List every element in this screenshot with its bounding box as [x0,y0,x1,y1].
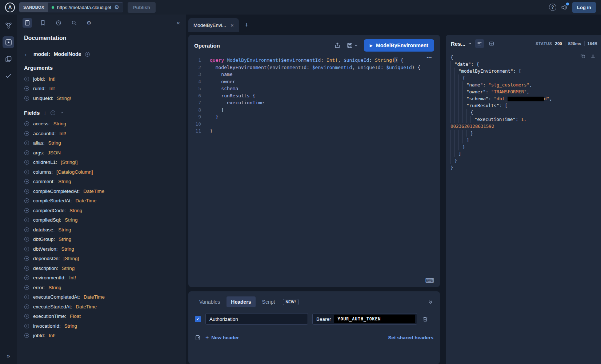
copy-response-icon[interactable] [580,53,586,59]
code-line[interactable] [210,121,440,128]
endpoint-settings-icon[interactable]: ⚙ [114,4,119,11]
tab-headers[interactable]: Headers [227,296,255,307]
response-title[interactable]: Res... [451,41,472,47]
operation-menu-icon[interactable]: ••• [426,55,432,60]
add-field-icon[interactable] [24,266,29,271]
field-name[interactable]: executionTime: [33,314,66,319]
explorer-icon[interactable] [3,36,14,48]
auth-token-secret[interactable]: YOUR_AUTH_TOKEN [334,315,415,323]
add-field-icon[interactable] [24,179,29,184]
field-type[interactable]: [String] [64,256,79,261]
operation-tab[interactable]: ModelByEnvi... × [188,18,239,32]
field-type[interactable]: String [53,121,66,126]
field-type[interactable]: String [64,323,77,329]
new-header-button[interactable]: + New header [205,334,239,341]
add-type-icon[interactable] [85,52,90,57]
field-type[interactable]: Int! [49,76,56,82]
add-field-icon[interactable] [24,86,29,91]
field-type[interactable]: Float [70,314,81,319]
field-name[interactable]: database: [33,227,55,232]
documentation-tab-icon[interactable] [23,18,32,28]
apollo-logo[interactable]: A [5,3,15,12]
code-line[interactable]: modelByEnvironment(environmentId: $envir… [210,64,440,71]
login-button[interactable]: Log in [572,2,596,13]
field-type[interactable]: Int! [59,131,66,136]
delete-header-icon[interactable] [422,316,428,322]
add-field-icon[interactable] [24,121,29,126]
add-field-icon[interactable] [24,275,29,280]
add-field-icon[interactable] [24,227,29,232]
field-name[interactable]: compileStartedAt: [33,198,72,203]
saved-operations-icon[interactable] [38,18,48,28]
field-type[interactable]: JSON [48,150,61,155]
field-type[interactable]: String [65,217,77,223]
collapse-panel-icon[interactable]: « [177,19,180,27]
field-name[interactable]: description: [33,266,58,271]
environment-variables-icon[interactable] [195,335,201,341]
code-line[interactable]: } [210,113,440,121]
field-name[interactable]: jobId: [33,333,45,338]
code-line[interactable]: } [210,106,440,114]
sort-fields-icon[interactable]: ↓ [44,110,46,116]
endpoint-url[interactable]: https://metadata.cloud.get [57,5,112,10]
field-type[interactable]: String [61,246,74,252]
field-type[interactable]: DateTime [83,189,104,194]
field-type[interactable]: String [58,227,71,232]
field-type[interactable]: Int! [49,333,56,338]
field-type[interactable]: String [48,285,61,290]
add-field-icon[interactable] [24,333,29,338]
help-icon[interactable]: ? [549,4,556,11]
add-field-icon[interactable] [24,323,29,329]
code-line[interactable]: executionTime [210,99,440,106]
add-field-icon[interactable] [24,189,29,194]
code-line[interactable]: name [210,71,440,78]
new-tab-button[interactable]: + [240,18,253,32]
field-type[interactable]: String [59,236,71,242]
add-field-icon[interactable] [24,304,29,310]
field-name[interactable]: access: [33,121,50,126]
code-line[interactable]: schema [210,85,440,92]
publish-button[interactable]: Publish [128,2,156,13]
field-name[interactable]: args: [33,150,44,155]
add-field-icon[interactable] [24,208,29,213]
add-field-icon[interactable] [24,159,29,165]
field-type[interactable]: String! [57,96,71,101]
header-key-input[interactable] [205,313,308,325]
add-all-fields-icon[interactable] [50,110,56,116]
table-view-icon[interactable] [487,39,496,48]
field-type[interactable]: [CatalogColumn] [56,169,93,175]
field-type[interactable]: String [48,140,61,146]
field-type[interactable]: DateTime [76,304,97,310]
field-name[interactable]: columns: [33,169,53,175]
search-icon[interactable] [69,18,79,28]
tab-script[interactable]: Script [258,296,280,307]
code-line[interactable]: query ModelByEnvironment($environmentId:… [210,57,440,64]
formatted-view-icon[interactable] [475,39,484,48]
field-type[interactable]: String [58,179,71,184]
add-field-icon[interactable] [24,150,29,155]
field-name[interactable]: childrenL1: [33,159,57,165]
field-name[interactable]: comment: [33,179,55,184]
save-operation-button[interactable] [346,42,358,49]
expand-rail-icon[interactable]: » [7,352,10,360]
code-line[interactable]: owner [210,78,440,85]
field-name[interactable]: accountId: [33,131,56,136]
code-area[interactable]: query ModelByEnvironment($environmentId:… [205,57,440,287]
set-shared-headers-link[interactable]: Set shared headers [388,335,433,340]
add-field-icon[interactable] [24,256,29,261]
field-type[interactable]: DateTime [84,294,105,300]
breadcrumb-type[interactable]: ModelNode [54,51,81,57]
tab-variables[interactable]: Variables [195,296,224,307]
add-field-icon[interactable] [24,198,29,203]
header-value-field[interactable]: Bearer YOUR_AUTH_TOKEN [312,313,417,325]
field-name[interactable]: environmentId: [33,275,65,280]
add-field-icon[interactable] [24,285,29,290]
field-name[interactable]: compileCompletedAt: [33,189,80,194]
field-type[interactable]: DateTime [76,198,97,203]
keyboard-shortcuts-icon[interactable]: ⌨ [425,277,434,284]
field-name[interactable]: error: [33,285,45,290]
field-name[interactable]: executeStartedAt: [33,304,72,310]
field-name[interactable]: jobId: [33,76,45,82]
collections-icon[interactable] [3,53,14,65]
add-field-icon[interactable] [24,217,29,223]
